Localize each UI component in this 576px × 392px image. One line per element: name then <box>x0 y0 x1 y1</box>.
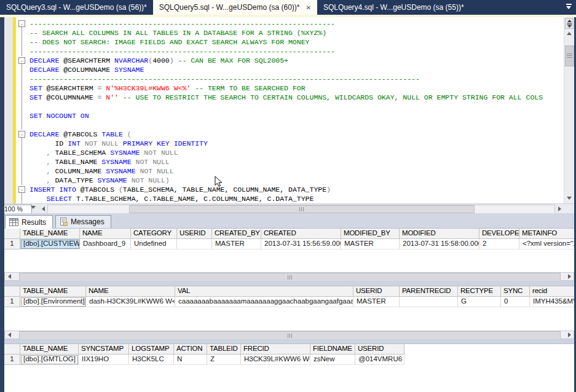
column-header[interactable]: CREATED <box>261 229 341 239</box>
scroll-right-arrow[interactable] <box>565 331 574 339</box>
column-header[interactable]: USERID <box>353 286 400 297</box>
grid-cell[interactable]: @014VMRU6 <box>355 355 404 365</box>
grid-1-horizontal-scrollbar[interactable] <box>4 272 574 281</box>
horizontal-scroll-thumb[interactable] <box>129 205 475 213</box>
column-header[interactable]: FIELDNAME <box>310 344 355 355</box>
grid-cell[interactable]: N <box>174 355 207 365</box>
grid-cell[interactable] <box>177 239 212 249</box>
column-header[interactable]: FRECID <box>241 344 310 355</box>
scroll-left-arrow[interactable] <box>5 331 14 339</box>
column-header[interactable]: SYNC <box>501 286 530 297</box>
grid-cell[interactable]: IMYH435&MVO3 W< <box>530 297 574 307</box>
grid-2-horizontal-scrollbar[interactable] <box>4 331 574 339</box>
column-header[interactable]: METAINFO <box>519 229 574 239</box>
scroll-right-arrow[interactable] <box>555 205 564 213</box>
code-line[interactable]: ID INT NOT NULL PRIMARY KEY IDENTITY <box>18 139 564 148</box>
grid-cell[interactable]: [dbo].[Environment] <box>20 297 86 307</box>
grid-cell[interactable]: Z <box>207 355 241 365</box>
column-header[interactable]: TABLE_NAME <box>20 286 86 297</box>
grid-cell[interactable]: zsNew <box>310 355 355 365</box>
select-all-cell[interactable] <box>4 286 20 297</box>
vertical-scroll-thumb[interactable] <box>565 45 574 66</box>
code-lines[interactable]: ----------------------------------------… <box>18 19 564 203</box>
select-all-cell[interactable] <box>4 229 20 239</box>
grid-cell[interactable]: 0 <box>501 297 530 307</box>
scroll-right-arrow[interactable] <box>565 273 574 281</box>
code-line[interactable]: SET @SEARCHTERM = N'%H3CK39L#KWW6 W<%' -… <box>18 84 564 93</box>
grid-cell[interactable]: G <box>458 297 501 307</box>
grid-cell[interactable]: caaaaaaabaaaaaaamaaaaaaaggaachaabgaangaa… <box>175 297 353 307</box>
collapse-region-icon[interactable]: - <box>18 186 25 193</box>
grid-cell[interactable]: H3CK5LC <box>129 355 174 365</box>
column-header[interactable]: TABLEID <box>207 344 241 355</box>
scroll-track[interactable] <box>14 273 565 280</box>
pane-splitter[interactable] <box>4 281 574 286</box>
grid-cell[interactable]: 2013-07-31 15:58:00.000 <box>400 239 479 249</box>
select-all-cell[interactable] <box>4 344 20 355</box>
code-line[interactable]: , TABLE_SCHEMA SYSNAME NOT NULL <box>18 148 564 157</box>
grid-cell[interactable]: 2013-07-31 15:56:59.000 <box>261 239 341 249</box>
column-header[interactable]: TABLE_NAME <box>20 344 79 355</box>
grid-cell[interactable]: 2 <box>479 239 519 249</box>
tab-sqlquery5-active[interactable]: SQLQuery5.sql - W...geUSDemo (sa (60))* … <box>153 0 317 15</box>
editor-vertical-scrollbar[interactable] <box>564 17 574 203</box>
column-header[interactable]: CREATED_BY <box>212 229 261 239</box>
column-header[interactable]: PARENTRECID <box>400 286 458 297</box>
code-line[interactable]: , DATA_TYPE SYSNAME NOT NULL) <box>18 176 564 185</box>
code-line[interactable]: ----------------------------------------… <box>18 74 564 84</box>
close-icon[interactable]: ✕ <box>306 4 311 11</box>
grid-cell[interactable]: dash-H3CK39L#KWW6 W< <box>86 297 175 307</box>
grid-cell[interactable]: MASTER <box>353 297 400 307</box>
column-header[interactable]: SYNCSTAMP <box>79 344 129 355</box>
grid-cell[interactable]: [dbo].[GMTLOG] <box>20 355 79 365</box>
collapse-region-icon[interactable]: - <box>18 20 25 27</box>
grid-cell[interactable]: [dbo].[CUSTVIEW] <box>20 239 80 249</box>
grid-cell[interactable]: IIX19HO <box>79 355 129 365</box>
column-header[interactable]: CATEGORY <box>131 229 177 239</box>
tab-results[interactable]: Results <box>5 215 53 229</box>
code-line[interactable]: , COLUMN_NAME SYSNAME NOT NULL <box>18 167 564 176</box>
row-number[interactable]: 1 <box>4 355 20 365</box>
grid-cell[interactable]: <?xml version="1.0 <box>519 239 574 249</box>
split-window-handle[interactable] <box>565 18 574 29</box>
code-line[interactable]: SET @COLUMNNAME = N'' -- USE TO RESTRICT… <box>18 93 564 102</box>
grid-cell[interactable] <box>400 297 458 307</box>
pane-splitter[interactable] <box>4 339 574 343</box>
column-header[interactable]: RECTYPE <box>458 286 501 297</box>
grid-cell[interactable]: Undefined <box>131 239 177 249</box>
column-header[interactable]: USERID <box>177 229 212 239</box>
tab-sqlquery3[interactable]: SQLQuery3.sql - W...geUSDemo (sa (56))* <box>0 0 153 15</box>
horizontal-scroll-thumb[interactable] <box>19 331 561 340</box>
column-header[interactable]: MODIFIED <box>400 229 479 239</box>
selection-margin[interactable] <box>4 17 13 203</box>
tab-messages[interactable]: Messages <box>55 215 111 228</box>
horizontal-scroll-thumb[interactable] <box>19 273 561 281</box>
code-line[interactable]: -DECLARE @SEARCHTERM NVARCHAR(4000) -- C… <box>18 56 564 65</box>
column-header[interactable]: VAL <box>175 286 353 297</box>
code-line[interactable]: DECLARE @COLUMNNAME SYSNAME <box>18 65 564 74</box>
collapse-region-icon[interactable]: - <box>18 131 25 138</box>
code-line[interactable] <box>18 120 564 130</box>
code-line[interactable]: , TABLE_NAME SYSNAME NOT NULL <box>18 157 564 167</box>
code-line[interactable]: ----------------------------------------… <box>18 47 564 56</box>
code-line[interactable]: SET NOCOUNT ON <box>18 111 564 120</box>
code-line[interactable]: -- SEARCH ALL COLUMNS IN ALL TABLES IN A… <box>18 28 564 37</box>
column-header[interactable]: recid <box>530 286 574 297</box>
row-number[interactable]: 1 <box>4 297 20 307</box>
scroll-down-arrow[interactable] <box>564 194 574 202</box>
code-line[interactable]: SELECT T.TABLE_SCHEMA, C.TABLE_NAME, C.C… <box>18 194 564 203</box>
column-header[interactable]: DEVELOPED <box>479 229 519 239</box>
row-number[interactable]: 1 <box>4 239 20 249</box>
code-line[interactable]: -- DOES NOT SEARCH: IMAGE FIELDS AND EXA… <box>18 37 564 47</box>
code-line[interactable]: -DECLARE @TABCOLS TABLE ( <box>18 130 564 139</box>
zoom-dropdown-icon[interactable] <box>31 206 36 209</box>
zoom-level-select[interactable]: 100 % <box>1 205 32 214</box>
code-line[interactable]: ----------------------------------------… <box>18 19 564 28</box>
scroll-left-arrow[interactable] <box>5 273 14 281</box>
column-header[interactable]: MODIFIED_BY <box>341 229 400 239</box>
scroll-left-arrow[interactable] <box>39 205 47 213</box>
column-header[interactable]: TABLE_NAME <box>20 229 80 239</box>
grid-cell[interactable]: Dashboard_9 <box>80 239 131 249</box>
column-header[interactable]: LOGSTAMP <box>129 344 174 355</box>
document-list-dropdown-icon[interactable] <box>565 4 572 11</box>
